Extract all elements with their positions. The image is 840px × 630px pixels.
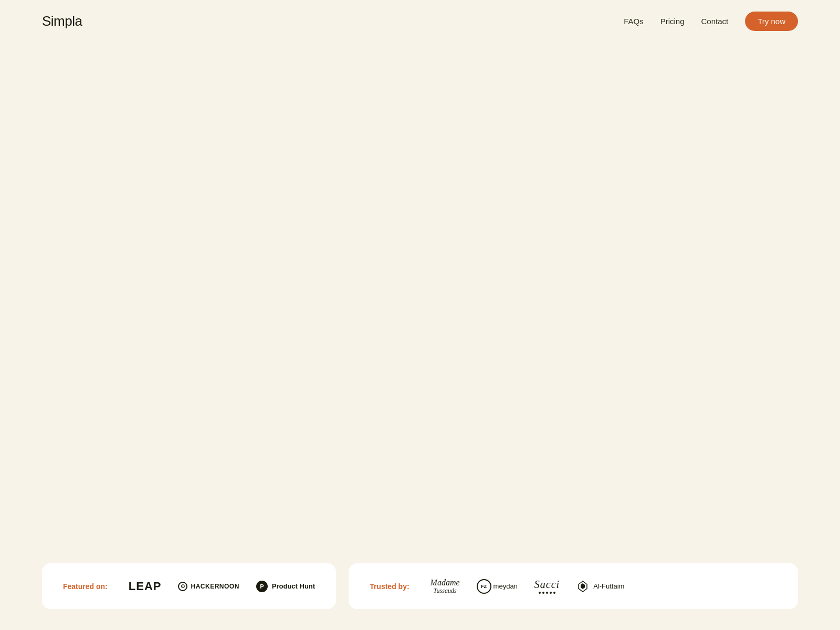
sacci-text: Sacci <box>534 579 560 591</box>
trusted-logos: Madame Tussauds FZ meydan Sacci <box>430 578 625 594</box>
hackernoon-logo: ⊙ HACKERNOON <box>178 582 239 591</box>
madame-tussauds-logo: Madame Tussauds <box>430 578 460 594</box>
hackernoon-icon: ⊙ <box>178 582 187 591</box>
trusted-label: Trusted by: <box>370 582 409 591</box>
meydan-text: meydan <box>494 582 518 590</box>
sacci-dot-2 <box>542 592 544 594</box>
navigation: FAQs Pricing Contact Try now <box>624 12 798 31</box>
producthunt-text: Product Hunt <box>272 582 315 590</box>
featured-label: Featured on: <box>63 582 108 591</box>
nav-pricing[interactable]: Pricing <box>660 17 685 26</box>
nav-faqs[interactable]: FAQs <box>624 17 644 26</box>
bottom-section: Featured on: LEAP ⊙ HACKERNOON P Product… <box>0 563 840 630</box>
main-content <box>0 43 840 515</box>
madame-line2: Tussauds <box>430 587 460 594</box>
try-now-button[interactable]: Try now <box>745 12 798 31</box>
producthunt-icon: P <box>256 581 268 592</box>
header: Simpla FAQs Pricing Contact Try now <box>0 0 840 43</box>
featured-logos: LEAP ⊙ HACKERNOON P Product Hunt <box>129 580 315 593</box>
sacci-logo: Sacci <box>534 579 560 594</box>
logo: Simpla <box>42 13 82 29</box>
alfuttaim-logo: Al-Futtaim <box>576 580 624 593</box>
hackernoon-text: HACKERNOON <box>191 583 239 590</box>
sacci-decoration <box>534 592 560 594</box>
sacci-dot-3 <box>546 592 548 594</box>
sacci-dot-1 <box>539 592 541 594</box>
meydan-logo: FZ meydan <box>477 579 518 594</box>
trusted-card: Trusted by: Madame Tussauds FZ meydan Sa… <box>349 563 798 609</box>
sacci-dot-5 <box>553 592 555 594</box>
nav-contact[interactable]: Contact <box>701 17 729 26</box>
producthunt-logo: P Product Hunt <box>256 581 315 592</box>
leap-logo: LEAP <box>129 580 162 593</box>
meydan-circle: FZ <box>477 579 491 594</box>
alfuttaim-text: Al-Futtaim <box>593 582 624 590</box>
madame-line1: Madame <box>430 578 460 587</box>
alfuttaim-icon <box>576 580 589 593</box>
featured-card: Featured on: LEAP ⊙ HACKERNOON P Product… <box>42 563 336 609</box>
sacci-dot-4 <box>550 592 552 594</box>
